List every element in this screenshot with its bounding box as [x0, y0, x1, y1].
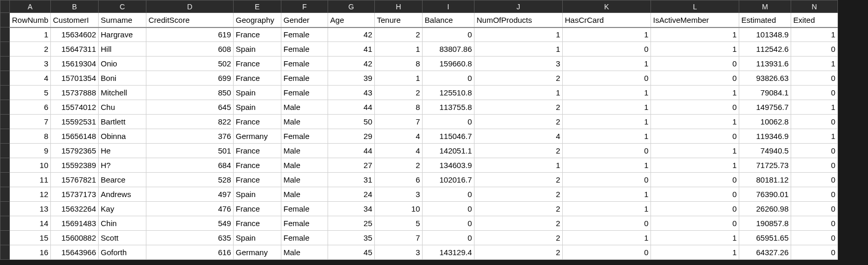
cell[interactable]: 1: [474, 158, 563, 173]
cell[interactable]: 15634602: [51, 27, 99, 42]
cell[interactable]: 1: [563, 158, 651, 173]
cell[interactable]: 15632264: [51, 202, 99, 216]
cell[interactable]: Goforth: [99, 245, 146, 260]
cell[interactable]: 8: [375, 57, 423, 71]
cell[interactable]: Hargrave: [99, 27, 146, 42]
cell[interactable]: Female: [281, 202, 328, 216]
cell[interactable]: 1: [791, 57, 838, 71]
cell[interactable]: Andrews: [99, 187, 146, 202]
cell[interactable]: Female: [281, 57, 328, 71]
cell[interactable]: 0: [423, 202, 474, 216]
cell[interactable]: 115046.7: [423, 129, 474, 144]
cell[interactable]: France: [234, 216, 281, 231]
cell[interactable]: 850: [146, 86, 234, 100]
row-header[interactable]: [1, 231, 10, 245]
cell[interactable]: 0: [791, 144, 838, 158]
cell[interactable]: 4: [375, 144, 423, 158]
cell[interactable]: Female: [281, 42, 328, 57]
cell[interactable]: 608: [146, 42, 234, 57]
cell[interactable]: 0: [563, 42, 651, 57]
row-header[interactable]: [1, 57, 10, 71]
row-header[interactable]: [1, 173, 10, 187]
cell[interactable]: 83807.86: [423, 42, 474, 57]
cell[interactable]: Spain: [234, 42, 281, 57]
cell[interactable]: Gender: [281, 13, 328, 27]
cell[interactable]: 0: [791, 173, 838, 187]
cell[interactable]: 143129.4: [423, 245, 474, 260]
cell[interactable]: 2: [474, 245, 563, 260]
cell[interactable]: 190857.8: [739, 216, 791, 231]
cell[interactable]: 1: [563, 231, 651, 245]
cell[interactable]: 15: [10, 231, 51, 245]
cell[interactable]: 0: [791, 187, 838, 202]
table-row[interactable]: 715592531Bartlett822FranceMale5070211100…: [1, 115, 838, 129]
cell[interactable]: Boni: [99, 71, 146, 86]
cell[interactable]: 7: [375, 115, 423, 129]
cell[interactable]: 27: [328, 158, 375, 173]
cell[interactable]: 45: [328, 245, 375, 260]
grid[interactable]: A B C D E F G H I J K L M N RowNumb Cust: [0, 0, 838, 260]
cell[interactable]: 15792365: [51, 144, 99, 158]
cell[interactable]: 616: [146, 245, 234, 260]
cell[interactable]: 684: [146, 158, 234, 173]
cell[interactable]: 1: [651, 158, 739, 173]
col-header-G[interactable]: G: [328, 1, 375, 13]
cell[interactable]: 2: [474, 115, 563, 129]
cell[interactable]: France: [234, 27, 281, 42]
col-header-B[interactable]: B: [51, 1, 99, 13]
cell[interactable]: Geography: [234, 13, 281, 27]
cell[interactable]: 15737173: [51, 187, 99, 202]
cell[interactable]: 15656148: [51, 129, 99, 144]
cell[interactable]: 0: [563, 71, 651, 86]
cell[interactable]: 0: [651, 100, 739, 115]
col-header-I[interactable]: I: [423, 1, 474, 13]
cell[interactable]: 0: [791, 86, 838, 100]
col-header-M[interactable]: M: [739, 1, 791, 13]
cell[interactable]: 1: [474, 27, 563, 42]
cell[interactable]: 0: [651, 57, 739, 71]
cell[interactable]: France: [234, 158, 281, 173]
cell[interactable]: 10: [10, 158, 51, 173]
cell[interactable]: France: [234, 115, 281, 129]
cell[interactable]: 15643966: [51, 245, 99, 260]
cell[interactable]: 15600882: [51, 231, 99, 245]
cell[interactable]: 113755.8: [423, 100, 474, 115]
cell[interactable]: 35: [328, 231, 375, 245]
cell[interactable]: 65951.65: [739, 231, 791, 245]
cell[interactable]: Germany: [234, 129, 281, 144]
cell[interactable]: 2: [474, 173, 563, 187]
cell[interactable]: 4: [10, 71, 51, 86]
cell[interactable]: France: [234, 144, 281, 158]
table-row[interactable]: 1115767821Bearce528FranceMale316102016.7…: [1, 173, 838, 187]
cell[interactable]: 0: [423, 71, 474, 86]
cell[interactable]: 376: [146, 129, 234, 144]
cell[interactable]: Chu: [99, 100, 146, 115]
cell[interactable]: 26260.98: [739, 202, 791, 216]
cell[interactable]: 0: [563, 144, 651, 158]
cell[interactable]: 2: [10, 42, 51, 57]
cell[interactable]: 15619304: [51, 57, 99, 71]
row-header[interactable]: [1, 158, 10, 173]
cell[interactable]: 1: [474, 86, 563, 100]
table-row[interactable]: 215647311Hill608SpainFemale41183807.8610…: [1, 42, 838, 57]
cell[interactable]: 699: [146, 71, 234, 86]
cell[interactable]: 1: [651, 115, 739, 129]
cell[interactable]: 3: [474, 57, 563, 71]
row-header[interactable]: [1, 129, 10, 144]
cell[interactable]: 0: [651, 129, 739, 144]
cell[interactable]: 15767821: [51, 173, 99, 187]
row-header[interactable]: [1, 86, 10, 100]
table-row[interactable]: 1015592389H?684FranceMale272134603.91117…: [1, 158, 838, 173]
cell[interactable]: 44: [328, 100, 375, 115]
cell[interactable]: 42: [328, 57, 375, 71]
cell[interactable]: 7: [375, 231, 423, 245]
cell[interactable]: Germany: [234, 245, 281, 260]
cell[interactable]: 15737888: [51, 86, 99, 100]
cell[interactable]: 822: [146, 115, 234, 129]
cell[interactable]: 0: [563, 173, 651, 187]
cell[interactable]: 71725.73: [739, 158, 791, 173]
cell[interactable]: 1: [651, 231, 739, 245]
col-header-J[interactable]: J: [474, 1, 563, 13]
cell[interactable]: H?: [99, 158, 146, 173]
cell[interactable]: 0: [423, 187, 474, 202]
